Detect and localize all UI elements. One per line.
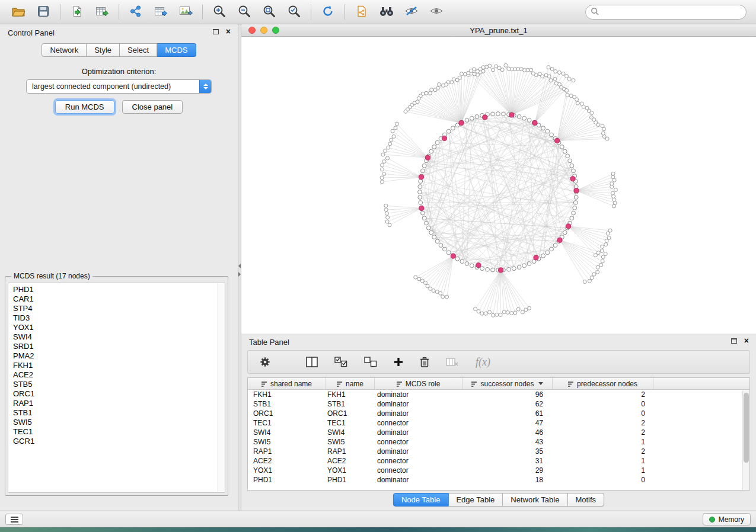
add-icon[interactable] <box>394 357 403 367</box>
column-header-shared-name[interactable]: shared name <box>248 378 326 389</box>
mcds-result-item[interactable]: SRD1 <box>8 342 225 351</box>
table-row[interactable]: YOX1YOX1connector291 <box>248 466 749 475</box>
table-cell[interactable]: 1 <box>553 466 653 475</box>
close-panel-icon[interactable]: × <box>226 27 231 36</box>
mcds-result-item[interactable]: CAR1 <box>8 294 225 304</box>
save-session-button[interactable] <box>31 2 56 22</box>
table-cell[interactable]: 46 <box>462 428 553 437</box>
search-box[interactable] <box>585 5 747 20</box>
share-document-button[interactable] <box>349 2 374 22</box>
network-canvas[interactable] <box>241 37 756 334</box>
export-table-button[interactable] <box>148 2 173 22</box>
tab-network-table[interactable]: Network Table <box>503 493 567 507</box>
table-cell[interactable]: ACE2 <box>248 457 326 465</box>
mcds-result-item[interactable]: RAP1 <box>8 399 225 408</box>
mcds-result-item[interactable]: SWI4 <box>8 332 225 342</box>
search-network-button[interactable] <box>374 2 399 22</box>
close-panel-button[interactable]: Close panel <box>122 100 183 114</box>
table-cell[interactable]: TEC1 <box>326 419 375 427</box>
table-cell[interactable]: TEC1 <box>248 419 326 427</box>
table-cell[interactable]: SWI5 <box>326 438 375 446</box>
table-cell[interactable]: dominator <box>375 476 462 484</box>
table-cell[interactable]: ORC1 <box>326 409 375 418</box>
mcds-result-item[interactable]: PHD1 <box>8 285 225 294</box>
mcds-result-item[interactable]: TID3 <box>8 313 225 323</box>
column-chooser-icon[interactable] <box>306 357 318 367</box>
table-row[interactable]: SWI5SWI5connector431 <box>248 437 749 447</box>
tab-select[interactable]: Select <box>120 43 157 57</box>
column-header-name[interactable]: name <box>326 378 375 389</box>
table-cell[interactable]: PHD1 <box>248 476 326 484</box>
table-cell[interactable]: 18 <box>462 476 553 484</box>
table-cell[interactable]: RAP1 <box>248 447 326 456</box>
table-cell[interactable]: 35 <box>462 447 553 456</box>
collapse-right-icon[interactable] <box>238 272 241 277</box>
column-header-mcds-role[interactable]: MCDS role <box>375 378 462 389</box>
search-input[interactable] <box>599 8 741 16</box>
table-cell[interactable]: connector <box>375 457 462 465</box>
table-row[interactable]: PHD1PHD1dominator180 <box>248 475 749 485</box>
gear-icon[interactable] <box>260 357 270 367</box>
delete-icon[interactable] <box>420 357 429 367</box>
float-panel-icon[interactable] <box>213 29 219 34</box>
zoom-fit-button[interactable] <box>257 2 282 22</box>
table-row[interactable]: FKH1FKH1dominator962 <box>248 390 749 399</box>
tab-style[interactable]: Style <box>87 43 120 57</box>
column-header-successor-nodes[interactable]: successor nodes <box>462 378 553 389</box>
table-cell[interactable]: connector <box>375 466 462 475</box>
close-panel-icon[interactable]: × <box>744 336 749 345</box>
table-cell[interactable]: RAP1 <box>326 447 375 456</box>
mcds-result-item[interactable]: SWI5 <box>8 418 225 427</box>
table-cell[interactable]: 0 <box>553 476 653 484</box>
refresh-button[interactable] <box>315 2 340 22</box>
table-cell[interactable]: ACE2 <box>326 457 375 465</box>
table-row[interactable]: ORC1ORC1dominator610 <box>248 409 749 418</box>
hide-selected-button[interactable] <box>399 2 424 22</box>
table-row[interactable]: RAP1RAP1dominator352 <box>248 447 749 456</box>
table-cell[interactable]: 29 <box>462 466 553 475</box>
table-row[interactable]: STB1STB1dominator620 <box>248 399 749 409</box>
export-network-button[interactable] <box>123 2 148 22</box>
table-cell[interactable]: YOX1 <box>248 466 326 475</box>
tab-edge-table[interactable]: Edge Table <box>448 493 503 507</box>
table-cell[interactable]: dominator <box>375 447 462 456</box>
table-cell[interactable]: dominator <box>375 400 462 408</box>
tab-mcds[interactable]: MCDS <box>157 43 196 57</box>
mcds-result-item[interactable]: YOX1 <box>8 323 225 332</box>
mcds-result-item[interactable]: ORC1 <box>8 389 225 399</box>
table-cell[interactable]: 61 <box>462 409 553 418</box>
table-cell[interactable]: PHD1 <box>326 476 375 484</box>
mcds-result-item[interactable]: STB5 <box>8 380 225 389</box>
table-cell[interactable]: 1 <box>553 438 653 446</box>
open-session-button[interactable] <box>6 2 31 22</box>
table-row[interactable]: SWI4SWI4dominator462 <box>248 428 749 437</box>
table-cell[interactable]: 2 <box>553 419 653 427</box>
table-cell[interactable]: STB1 <box>248 400 326 408</box>
optimization-criterion-select[interactable]: largest connected component (undirected) <box>26 79 212 94</box>
collapse-left-icon[interactable] <box>238 264 241 268</box>
table-cell[interactable]: 0 <box>553 400 653 408</box>
tab-motifs[interactable]: Motifs <box>567 493 604 507</box>
table-cell[interactable]: connector <box>375 438 462 446</box>
mcds-result-list[interactable]: PHD1CAR1STP4TID3YOX1SWI4SRD1PMA2FKH1ACE2… <box>8 283 225 493</box>
table-cell[interactable]: 31 <box>462 457 553 465</box>
zoom-in-button[interactable] <box>207 2 232 22</box>
table-cell[interactable]: 2 <box>553 447 653 456</box>
zoom-selected-button[interactable] <box>282 2 307 22</box>
show-all-button[interactable] <box>424 2 449 22</box>
table-cell[interactable]: 0 <box>553 409 653 418</box>
table-cell[interactable]: SWI5 <box>248 438 326 446</box>
mcds-result-item[interactable]: ACE2 <box>8 370 225 380</box>
tab-network[interactable]: Network <box>42 43 87 57</box>
table-cell[interactable]: connector <box>375 419 462 427</box>
table-cell[interactable]: dominator <box>375 409 462 418</box>
table-cell[interactable]: 1 <box>553 457 653 465</box>
column-header-predecessor-nodes[interactable]: predecessor nodes <box>553 378 653 389</box>
table-row[interactable]: ACE2ACE2connector311 <box>248 456 749 466</box>
deselect-all-icon[interactable] <box>364 357 377 367</box>
import-network-button[interactable] <box>65 2 90 22</box>
table-cell[interactable]: dominator <box>375 428 462 437</box>
memory-button[interactable]: Memory <box>703 513 751 525</box>
mcds-result-item[interactable]: FKH1 <box>8 361 225 370</box>
mcds-result-item[interactable]: GCR1 <box>8 437 225 446</box>
